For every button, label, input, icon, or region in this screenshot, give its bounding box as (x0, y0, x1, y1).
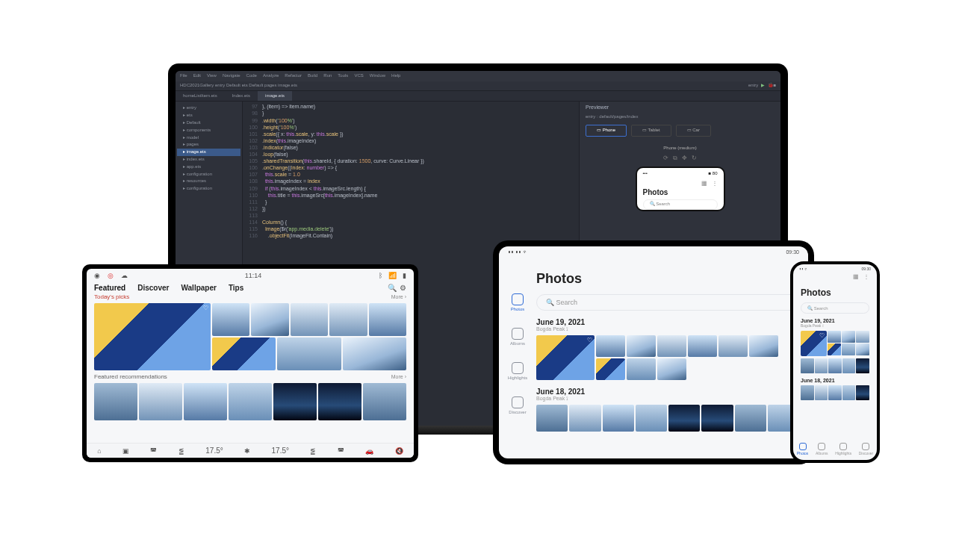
stop-icon[interactable]: ■ (773, 83, 776, 89)
photo-thumb[interactable] (212, 303, 249, 336)
photo-thumb[interactable] (363, 383, 406, 420)
tree-item[interactable]: ▸ entry (177, 105, 240, 112)
temp-left[interactable]: 17.5° (205, 447, 223, 455)
photo-thumb[interactable] (657, 358, 686, 380)
photo-thumb[interactable] (569, 405, 600, 432)
refresh-icon[interactable]: ↻ (692, 155, 697, 162)
photo-thumb[interactable] (701, 405, 733, 432)
photo-thumb[interactable] (815, 358, 828, 373)
photo-thumb[interactable] (273, 383, 317, 420)
tree-item[interactable]: ▸ Default (177, 119, 240, 127)
menu-item[interactable]: VCS (354, 73, 363, 79)
mute-icon[interactable]: 🔇 (395, 447, 403, 455)
menu-item[interactable]: Help (391, 73, 400, 79)
photo-thumb[interactable] (842, 343, 855, 355)
photo-thumb[interactable] (856, 343, 869, 355)
photo-thumb[interactable] (828, 331, 841, 343)
grid-icon[interactable]: ▦ (853, 273, 859, 280)
heart-icon[interactable]: ♡ (203, 305, 208, 311)
preview-device-button[interactable]: ▭ Phone (586, 125, 627, 137)
sidebar-item-albums[interactable]: Albums (510, 328, 525, 346)
menu-icon[interactable]: ⋮ (863, 273, 869, 280)
search-input[interactable]: 🔍 Search (801, 302, 869, 314)
menu-item[interactable]: Analyze (263, 73, 279, 79)
apps-icon[interactable]: ▣ (122, 447, 129, 455)
editor-tab[interactable]: homeListItem.ets (176, 91, 225, 102)
tree-item[interactable]: ▸ configuration (177, 185, 240, 193)
compass-icon[interactable]: ◎ (108, 272, 114, 279)
car-tab[interactable]: Discover (137, 284, 169, 292)
menu-item[interactable]: Edit (193, 73, 201, 79)
defrost-rear-icon[interactable]: ◚ (338, 447, 344, 455)
tree-item[interactable]: ▸ app.ets (177, 164, 240, 171)
run-target[interactable]: entry (748, 83, 758, 89)
preview-device-button[interactable]: ▭ Tablet (631, 125, 671, 137)
defrost-front-icon[interactable]: ◚ (150, 447, 157, 455)
menu-item[interactable]: Code (246, 73, 257, 79)
menu-item[interactable]: View (207, 73, 217, 79)
search-input[interactable]: 🔍 Search (536, 294, 799, 311)
nav-albums[interactable]: Albums (816, 443, 828, 455)
tree-item[interactable]: ▸ components (177, 127, 240, 134)
car-tab[interactable]: Tips (229, 284, 243, 292)
photo-thumb[interactable] (636, 405, 667, 432)
run-icon[interactable]: ▶ (761, 83, 765, 89)
photo-thumb[interactable] (369, 303, 406, 336)
photo-thumb[interactable]: ♡ (94, 303, 211, 370)
more-link[interactable]: More › (391, 294, 406, 299)
photo-thumb[interactable] (749, 335, 778, 357)
home-icon[interactable]: ⌂ (97, 447, 101, 455)
debug-icon[interactable]: 🐞 (768, 83, 773, 89)
photo-thumb[interactable] (801, 385, 814, 400)
pointer-icon[interactable]: ✥ (682, 155, 687, 162)
photo-thumb[interactable] (212, 337, 276, 370)
photo-thumb[interactable] (318, 383, 361, 420)
sidebar-item-photos[interactable]: Photos (511, 293, 525, 311)
menu-item[interactable]: Window (370, 73, 385, 79)
photo-thumb[interactable] (856, 385, 869, 400)
photo-thumb[interactable] (329, 303, 367, 336)
profile-icon[interactable]: ◉ (94, 272, 100, 279)
grid-icon[interactable]: ▦ (701, 180, 707, 187)
car-tab[interactable]: Wallpaper (181, 284, 216, 292)
photo-thumb[interactable] (856, 331, 869, 343)
menu-item[interactable]: Tools (338, 73, 348, 79)
more-link[interactable]: More › (391, 374, 406, 379)
tree-item[interactable]: ▸ resources (177, 178, 240, 185)
photo-thumb[interactable]: ♡ (536, 335, 595, 380)
photo-thumb[interactable] (842, 331, 855, 343)
photo-thumb[interactable] (596, 335, 625, 357)
photo-thumb[interactable] (627, 335, 656, 357)
heart-icon[interactable]: ♡ (819, 332, 825, 339)
photo-thumb[interactable] (657, 335, 686, 357)
search-icon[interactable]: 🔍 (388, 284, 397, 292)
preview-search[interactable]: 🔍 Search (643, 199, 718, 210)
temp-right[interactable]: 17.5° (272, 447, 289, 455)
photo-thumb[interactable] (828, 358, 842, 373)
photo-thumb[interactable] (688, 335, 717, 357)
seat-heat-left-icon[interactable]: ⪑ (179, 447, 184, 455)
photo-thumb[interactable] (139, 383, 182, 420)
photo-thumb[interactable] (668, 405, 700, 432)
photo-thumb[interactable] (291, 303, 328, 336)
seat-heat-right-icon[interactable]: ⪑ (310, 447, 316, 455)
rotate-icon[interactable]: ⟳ (663, 155, 668, 162)
photo-thumb[interactable] (343, 337, 406, 370)
photo-thumb[interactable] (603, 405, 634, 432)
photo-thumb[interactable] (627, 358, 656, 380)
photo-thumb[interactable] (828, 343, 841, 355)
fan-icon[interactable]: ✱ (244, 447, 250, 455)
tree-item[interactable]: ▸ index.ets (177, 156, 240, 164)
photo-thumb[interactable] (828, 385, 842, 400)
sidebar-item-discover[interactable]: Discover (509, 396, 526, 414)
heart-icon[interactable]: ♡ (587, 337, 592, 343)
menu-item[interactable]: Build (308, 73, 317, 79)
menu-item[interactable]: File (180, 73, 187, 79)
tree-item[interactable]: ▸ pages (177, 141, 240, 149)
photo-thumb[interactable] (277, 337, 341, 370)
menu-icon[interactable]: ⋮ (712, 180, 718, 187)
tree-item[interactable]: ▸ ets (177, 112, 240, 119)
photo-thumb[interactable] (856, 358, 869, 373)
screenshot-icon[interactable]: ⧉ (673, 155, 677, 162)
photo-thumb[interactable] (536, 405, 568, 432)
